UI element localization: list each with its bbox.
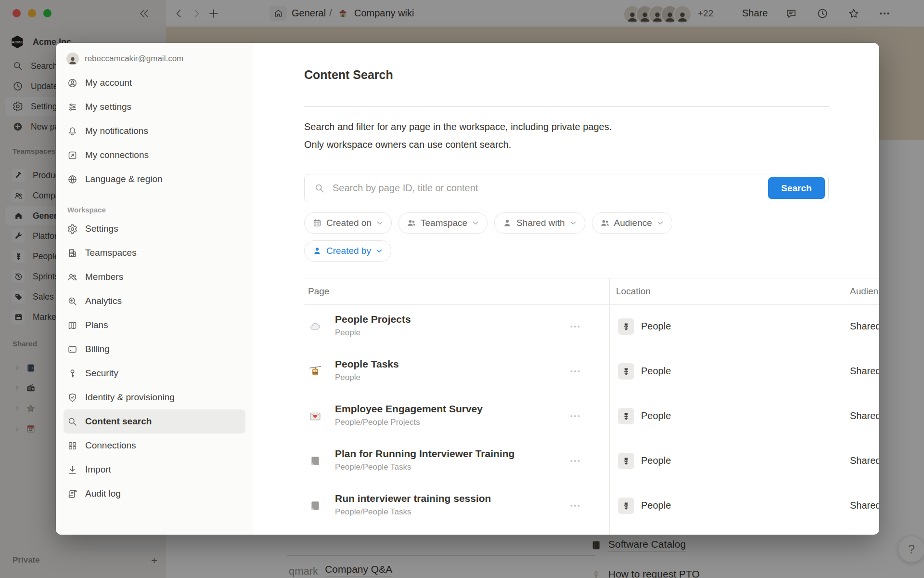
bell-icon [67,126,77,136]
settings-nav-security[interactable]: Security [64,361,245,385]
person-circle-icon [67,78,77,88]
page-title[interactable]: Run interviewer training session [335,493,491,504]
table-row[interactable]: Employee Engagement SurveyPeople/People … [304,394,879,439]
filter-shared-with[interactable]: Shared with [494,212,585,234]
settings-nav-language-region[interactable]: Language & region [64,167,245,191]
search-icon [314,183,325,194]
cloud-icon [309,320,321,333]
flower-icon [621,322,631,331]
page-title[interactable]: People Tasks [335,358,399,370]
column-header-page[interactable]: Page [308,278,329,304]
page-title[interactable]: Plan for Running Interviewer Training [335,448,514,460]
filter-label: Created by [326,246,371,256]
nav-label: Connections [85,440,136,451]
flower-icon [621,456,631,466]
teamspace-badge [618,453,634,469]
search-input[interactable] [332,182,828,194]
filter-created-on[interactable]: Created on [304,212,392,234]
shield-check-icon [67,393,77,403]
settings-nav-billing[interactable]: Billing [64,337,245,361]
column-header-audience[interactable]: Audience [850,278,879,304]
people-icon [67,272,77,282]
row-menu-icon[interactable] [568,500,582,512]
settings-nav-panel: rebeccamcakir@gmail.com My account My se… [56,43,253,535]
nav-label: Content search [85,416,152,427]
chevron-down-icon [569,219,577,227]
nav-label: Members [85,272,123,282]
location-value: People [641,410,671,421]
row-menu-icon[interactable] [568,455,582,467]
flower-icon [621,411,631,421]
content-search-panel: Content Search Search and filter for any… [304,43,879,535]
page-description: Search and filter for any page in the wo… [304,118,742,154]
settings-nav-import[interactable]: Import [64,458,245,482]
row-menu-icon[interactable] [568,366,582,377]
page-path: People/People Tasks [335,462,514,472]
settings-nav-members[interactable]: Members [64,265,245,289]
filter-label: Created on [326,218,372,228]
user-avatar [66,53,79,65]
credit-card-icon [67,344,77,355]
table-row[interactable]: Run interviewer training sessionPeople/P… [304,484,879,528]
audience-value: Shared [850,500,879,511]
grid-icon [67,441,77,451]
globe-icon [67,174,77,184]
filter-label: Audience [614,218,652,228]
settings-nav-analytics[interactable]: Analytics [64,289,245,313]
building-icon [67,248,77,258]
table-row[interactable]: People TasksPeople People Shared [304,349,879,394]
love-letter-icon [309,410,321,422]
column-header-location[interactable]: Location [616,278,651,304]
filter-label: Shared with [516,218,565,228]
arrow-up-right-icon [67,150,77,160]
teamspace-badge [618,408,634,424]
teamspace-badge [618,363,634,380]
table-border [304,278,879,278]
description-line: Search and filter for any page in the wo… [304,118,742,136]
divider [304,106,829,107]
settings-nav-connections[interactable]: Connections [64,434,245,458]
page-title[interactable]: Employee Engagement Survey [335,403,483,415]
active-filter-row: Created by [304,240,391,262]
settings-nav-my-account[interactable]: My account [64,71,245,95]
download-icon [67,465,77,475]
nav-label: Analytics [85,296,122,306]
chevron-down-icon [656,219,664,227]
page-title[interactable]: People Projects [335,314,411,325]
filter-audience[interactable]: Audience [592,212,672,234]
nav-label: My connections [85,150,149,160]
search-button[interactable]: Search [768,177,825,199]
filter-teamspace[interactable]: Teamspace [398,212,488,234]
nav-label: Security [85,368,118,379]
nav-label: Audit log [85,488,121,499]
content-search-bar[interactable]: Search [304,174,829,202]
row-menu-icon[interactable] [568,410,582,422]
settings-nav-my-settings[interactable]: My settings [64,95,245,119]
page-path: People [335,328,411,338]
page-icon [309,455,321,467]
settings-nav-teamspaces[interactable]: Teamspaces [64,241,245,265]
person-icon [68,55,77,65]
workspace-section-label: Workspace [67,206,242,214]
settings-nav-audit-log[interactable]: Audit log [64,482,245,506]
filter-label: Teamspace [421,218,467,228]
settings-nav-identity-provisioning[interactable]: Identity & provisioning [64,385,245,409]
search-icon [67,417,77,427]
table-row[interactable]: People ProjectsPeople People Shared [304,304,879,349]
account-header: rebeccamcakir@gmail.com [64,52,245,66]
table-row[interactable]: Plan for Running Interviewer TrainingPeo… [304,439,879,484]
audience-value: Shared [850,321,879,332]
settings-nav-content-search[interactable]: Content search [64,409,245,434]
page-path: People [335,373,399,382]
page-path: People/People Tasks [335,507,491,517]
settings-nav-plans[interactable]: Plans [64,313,245,337]
settings-nav-my-notifications[interactable]: My notifications [64,119,245,143]
settings-nav-my-connections[interactable]: My connections [64,143,245,167]
filter-created-by[interactable]: Created by [304,240,391,262]
settings-nav-settings[interactable]: Settings [64,217,245,241]
map-icon [67,320,77,330]
audience-value: Shared [850,366,879,377]
row-menu-icon[interactable] [568,321,582,332]
audience-value: Shared [850,455,879,466]
people-icon [407,218,416,228]
